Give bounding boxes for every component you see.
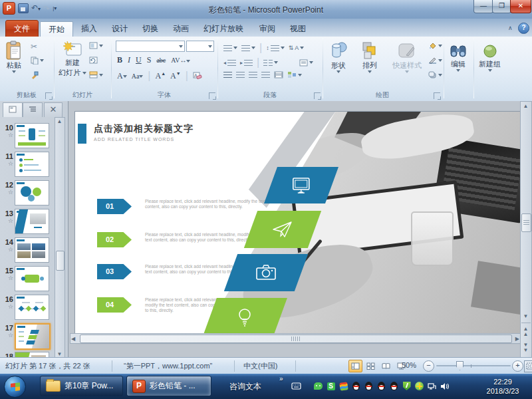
slide-18-thumbnail[interactable] — [15, 352, 49, 357]
keyboard-tray-icon[interactable] — [291, 381, 301, 391]
justify-button[interactable] — [261, 72, 270, 78]
format-painter-button[interactable] — [31, 71, 39, 79]
align-left-button[interactable] — [223, 72, 232, 78]
shape-effects-button[interactable] — [428, 71, 442, 78]
underline-button[interactable]: U — [136, 55, 142, 65]
panel-scroll-down-icon[interactable]: ▼ — [55, 351, 64, 357]
scroll-left-icon[interactable]: ◀ — [71, 336, 75, 342]
tab-slideshow[interactable]: 幻灯片放映 — [196, 21, 251, 37]
bullets-button[interactable] — [223, 45, 237, 51]
scroll-up-icon[interactable]: ▲ — [521, 103, 531, 109]
restore-button[interactable]: ❐ — [492, 0, 511, 13]
slide-12-thumbnail[interactable] — [15, 180, 49, 205]
scroll-down-icon[interactable]: ▼ — [521, 313, 531, 319]
vertical-scrollbar[interactable]: ▲ ▼ ▲▲ ▼▼ — [520, 101, 532, 358]
horizontal-scrollbar-thumb[interactable] — [80, 334, 512, 343]
drawing-dialog-launcher[interactable] — [434, 92, 440, 99]
slide-13-thumbnail[interactable] — [15, 209, 49, 234]
sogou-input-tray-icon[interactable] — [338, 381, 348, 391]
zoom-slider-thumb[interactable] — [456, 361, 464, 370]
text-direction-button[interactable]: ⇅A — [289, 45, 305, 51]
italic-button[interactable]: I — [128, 55, 130, 65]
tab-insert[interactable]: 插入 — [73, 21, 105, 37]
animation-star-icon[interactable]: ☆ — [1, 332, 13, 338]
item-02-marker[interactable]: 02 — [97, 232, 132, 247]
tab-home[interactable]: 开始 — [40, 21, 73, 37]
tab-animations[interactable]: 动画 — [165, 21, 197, 37]
slide-counter[interactable]: 幻灯片 第 17 张，共 22 张 — [5, 361, 90, 371]
slide-10-thumbnail[interactable] — [15, 123, 49, 148]
close-button[interactable]: ✕ — [510, 0, 531, 13]
shrink-font-button[interactable]: A▼ — [170, 71, 181, 81]
language-toolbar-label[interactable]: 咨询文本 — [229, 381, 261, 392]
copy-button[interactable] — [31, 57, 44, 65]
slide-canvas[interactable]: 点击添加相关标题文字 ADD RELATED TITLE WORDS 01 Pl… — [74, 111, 521, 341]
tab-view[interactable]: 视图 — [282, 21, 314, 37]
align-center-button[interactable] — [236, 72, 245, 78]
font-size-combo[interactable] — [186, 41, 214, 52]
zoom-out-icon[interactable]: − — [423, 360, 434, 372]
qq-tray-icon-4[interactable] — [389, 381, 399, 391]
shapes-button[interactable]: 形状 — [329, 41, 348, 73]
panel-scroll-up-icon[interactable]: ▲ — [55, 118, 64, 124]
slide-11-thumbnail[interactable] — [15, 152, 49, 177]
slide-17-thumbnail[interactable] — [15, 323, 51, 350]
align-text-button[interactable] — [299, 59, 313, 66]
convert-smartart-button[interactable] — [287, 71, 302, 78]
clipboard-dialog-launcher[interactable] — [45, 92, 52, 99]
vertical-scrollbar-thumb[interactable] — [521, 213, 531, 232]
next-slide-button[interactable]: ▼▼ — [521, 342, 531, 353]
zoom-in-icon[interactable]: + — [512, 360, 523, 372]
reading-view-button[interactable] — [379, 360, 393, 372]
tab-file[interactable]: 文件 — [5, 20, 39, 38]
toolbar-chevron-icon[interactable]: » — [279, 375, 283, 382]
previous-slide-button[interactable]: ▲▲ — [521, 327, 531, 337]
qq-tray-icon-2[interactable] — [364, 381, 374, 391]
normal-view-button[interactable] — [348, 360, 362, 372]
new-group-button[interactable]: 新建组 — [479, 43, 501, 72]
slide-16-thumbnail[interactable] — [15, 295, 49, 320]
change-case-button[interactable]: Aa — [132, 72, 144, 80]
tab-design[interactable]: 设计 — [104, 21, 136, 37]
help-icon[interactable]: ? — [518, 23, 529, 34]
sogou-s-tray-icon[interactable]: S — [326, 381, 336, 391]
item-01-text[interactable]: Please replace text, click add relevant … — [145, 199, 275, 209]
panel-scrollbar-thumb[interactable] — [56, 251, 65, 271]
paste-button[interactable]: 粘贴 — [5, 41, 23, 73]
columns-button[interactable] — [263, 60, 278, 66]
shape-outline-button[interactable] — [428, 57, 442, 64]
strikethrough-button[interactable]: abc — [156, 57, 166, 64]
taskbar-app-folder[interactable]: 第10章 Pow... — [40, 376, 123, 396]
camera-shape[interactable] — [224, 254, 308, 291]
collapse-ribbon-icon[interactable]: ∧ — [508, 25, 513, 31]
network-tray-icon[interactable] — [427, 381, 437, 391]
qat-customize-icon[interactable]: |▾ — [53, 5, 57, 11]
item-01-marker[interactable]: 01 — [97, 199, 132, 214]
line-spacing-button[interactable]: ↕ — [266, 45, 285, 51]
character-spacing-button[interactable]: AV↔ — [171, 57, 190, 64]
start-button[interactable] — [4, 376, 26, 398]
360-ball-tray-icon[interactable] — [414, 381, 424, 391]
bulb-shape[interactable] — [202, 298, 287, 338]
panel-scrollbar[interactable]: ▲ ▼ — [55, 117, 65, 357]
bold-button[interactable]: B — [117, 55, 122, 65]
reset-slide-button[interactable] — [89, 57, 98, 64]
arrange-button[interactable]: 排列 — [360, 41, 379, 73]
animation-star-icon[interactable]: ☆ — [1, 217, 13, 224]
volume-tray-icon[interactable] — [440, 381, 450, 391]
paragraph-dialog-launcher[interactable] — [314, 92, 321, 99]
qq-tray-icon-3[interactable] — [376, 381, 386, 391]
slide-14-thumbnail[interactable] — [15, 237, 49, 263]
panel-close-button[interactable]: ✕ — [44, 102, 63, 117]
outline-tab[interactable] — [23, 102, 43, 117]
distribute-button[interactable] — [274, 71, 283, 78]
scroll-right-icon[interactable]: ▶ — [515, 336, 519, 342]
increase-indent-button[interactable]: ▸ — [240, 60, 253, 66]
animation-star-icon[interactable]: ☆ — [1, 132, 13, 138]
minimize-button[interactable]: — — [473, 0, 493, 13]
language-indicator[interactable]: 中文(中国) — [243, 361, 277, 371]
clear-formatting-icon[interactable]: A — [193, 72, 202, 80]
undo-icon[interactable]: ↶▾ — [31, 3, 41, 14]
animation-star-icon[interactable]: ☆ — [1, 160, 13, 167]
slides-tab[interactable] — [3, 102, 23, 117]
